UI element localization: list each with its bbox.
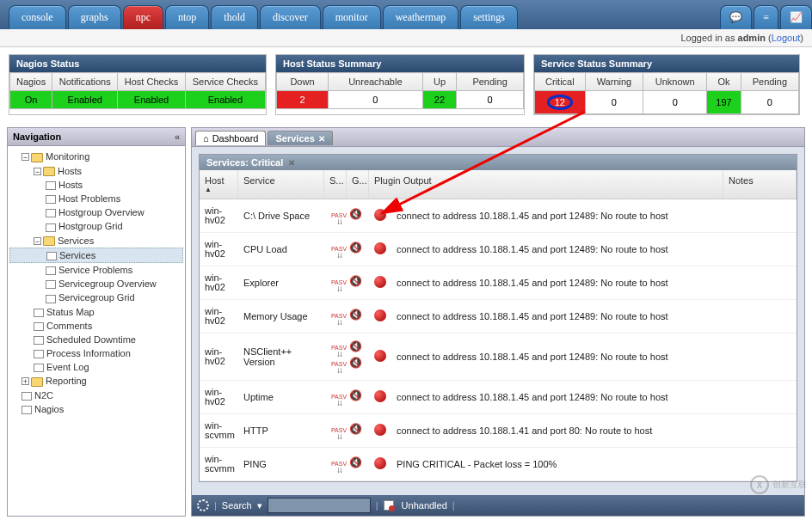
speaker-icon[interactable]: 🔇 [349, 309, 362, 321]
table-row[interactable]: win-hv02CPU LoadPASV↓↓ 🔇connect to addre… [200, 233, 797, 266]
tab-monitor[interactable]: monitor [323, 5, 381, 29]
tree-toggle-icon[interactable]: + [22, 377, 29, 385]
tree-item[interactable]: Hostgroup Grid [9, 219, 183, 233]
speaker-icon[interactable]: 🔇 [349, 275, 362, 287]
cell-notes [723, 390, 797, 404]
search-dropdown-icon[interactable]: ▾ [257, 500, 262, 511]
speaker-icon[interactable]: 🔇 [349, 357, 362, 369]
tree-item[interactable]: −Hosts [9, 164, 183, 179]
tab-discover[interactable]: discover [260, 5, 321, 29]
content-tab[interactable]: Services✕ [268, 131, 332, 145]
cell-plugin-output: connect to address 10.188.1.45 and port … [391, 204, 723, 228]
tree-label: Hosts [58, 166, 82, 176]
top-navigation: consolegraphsnpcntoptholddiscovermonitor… [0, 0, 812, 29]
table-row[interactable]: win-scvmmHTTPPASV↓↓ 🔇connect to address … [200, 414, 797, 448]
tab-graphs[interactable]: graphs [68, 5, 121, 29]
col-plugin-output[interactable]: Plugin Output [369, 170, 723, 199]
col-g[interactable]: G... [347, 170, 369, 199]
table-row[interactable]: win-hv02C:\ Drive SpacePASV↓↓ 🔇connect t… [200, 199, 797, 233]
tree-item[interactable]: Service Problems [9, 263, 183, 277]
tree-toggle-icon[interactable]: − [22, 153, 29, 161]
tree-item[interactable]: Host Problems [9, 192, 183, 205]
svc-val[interactable]: 12 [535, 91, 586, 114]
tree-item[interactable]: Hosts [9, 178, 183, 192]
cell-service: Explorer [238, 271, 324, 295]
col-notes[interactable]: Notes [723, 170, 797, 199]
content-tab[interactable]: ⌂Dashboard [195, 131, 266, 145]
table-row[interactable]: win-hv02Memory UsagePASV↓↓ 🔇connect to a… [200, 300, 797, 333]
tab-npc[interactable]: npc [123, 5, 163, 29]
svc-val[interactable]: 0 [585, 91, 643, 114]
tree-item[interactable]: Event Log [9, 360, 183, 374]
tab-icon-menu[interactable]: ≡ [754, 5, 778, 29]
table-row[interactable]: win-hv02ExplorerPASV↓↓ 🔇connect to addre… [200, 266, 797, 300]
tree-item[interactable]: −Monitoring [9, 150, 183, 164]
tree-toggle-icon[interactable]: − [34, 237, 41, 245]
tree-item[interactable]: +Reporting [9, 374, 183, 388]
search-input[interactable] [268, 498, 371, 513]
svc-val[interactable]: 197 [707, 91, 741, 114]
page-icon [46, 181, 56, 190]
speaker-icon[interactable]: 🔇 [349, 456, 362, 468]
svc-val[interactable]: 0 [643, 91, 707, 114]
tab-ntop[interactable]: ntop [165, 5, 209, 29]
speaker-icon[interactable]: 🔇 [349, 389, 362, 401]
svc-hdr: Critical [535, 73, 586, 91]
cell-plugin-output: connect to address 10.188.1.45 and port … [391, 271, 723, 295]
service-summary-table: CriticalWarningUnknownOkPending12001970 [534, 72, 799, 114]
table-row[interactable]: win-hv02NSClient++ VersionPASV↓↓ 🔇PASV↓↓… [200, 333, 797, 381]
tree-item[interactable]: Services [9, 248, 183, 263]
col-s[interactable]: S... [324, 170, 347, 199]
speaker-icon[interactable]: 🔇 [349, 340, 362, 352]
cell-plugin-output: connect to address 10.188.1.45 and port … [391, 237, 723, 261]
table-row[interactable]: win-scvmmPINGPASV↓↓ 🔇PING CRITICAL - Pac… [200, 448, 797, 481]
tree-item[interactable]: Comments [9, 319, 183, 333]
tree-item[interactable]: Servicegroup Grid [9, 291, 183, 304]
host-val[interactable]: 0 [457, 91, 524, 109]
tab-console[interactable]: console [9, 5, 66, 29]
tab-icon-chat[interactable]: 💬 [720, 5, 752, 29]
tree-item[interactable]: Status Map [9, 305, 183, 319]
unhandled-label[interactable]: Unhandled [402, 500, 447, 511]
collapse-icon[interactable]: « [175, 132, 180, 142]
tree-item[interactable]: Servicegroup Overview [9, 277, 183, 291]
service-summary-panel: Service Status Summary CriticalWarningUn… [533, 54, 800, 115]
tree-label: Process Information [46, 348, 131, 358]
host-val[interactable]: 22 [422, 91, 456, 109]
host-val[interactable]: 2 [277, 91, 329, 109]
folder-icon [31, 153, 43, 162]
unhandled-icon[interactable] [384, 500, 394, 511]
speaker-icon[interactable]: 🔇 [349, 208, 362, 220]
tree-item[interactable]: Scheduled Downtime [9, 333, 183, 346]
host-hdr: Up [422, 73, 456, 91]
col-service[interactable]: Service [238, 170, 324, 199]
tree-item[interactable]: Nagios [9, 402, 183, 416]
logout-link[interactable]: Logout [772, 33, 801, 43]
close-icon[interactable]: ✕ [318, 134, 325, 144]
svc-val[interactable]: 0 [741, 91, 798, 114]
tree-toggle-icon[interactable]: − [34, 168, 41, 175]
col-host[interactable]: Host▲ [200, 170, 238, 199]
tab-settings[interactable]: settings [460, 5, 518, 29]
page-icon [34, 364, 44, 372]
tree-item[interactable]: Process Information [9, 346, 183, 360]
gear-icon[interactable] [197, 499, 209, 511]
host-hdr: Pending [457, 73, 524, 91]
tree-item[interactable]: Hostgroup Overview [9, 205, 183, 219]
dashboard-summary-row: Nagios Status NagiosNotificationsHost Ch… [0, 47, 812, 122]
tab-thold[interactable]: thold [211, 5, 258, 29]
tree-item[interactable]: −Services [9, 234, 183, 248]
speaker-icon[interactable]: 🔇 [349, 423, 362, 435]
passive-icon: PASV↓↓ [331, 394, 347, 406]
tree-item[interactable]: N2C [9, 388, 183, 402]
folder-icon [43, 236, 55, 246]
cell-notes [723, 242, 797, 256]
close-icon[interactable]: ✕ [288, 158, 295, 168]
tab-icon-chart[interactable]: 📈 [780, 5, 812, 29]
tab-weathermap[interactable]: weathermap [383, 5, 459, 29]
table-row[interactable]: win-hv02UptimePASV↓↓ 🔇connect to address… [200, 381, 797, 414]
speaker-icon[interactable]: 🔇 [349, 242, 362, 254]
host-val[interactable]: 0 [328, 91, 422, 109]
services-critical-panel: Services: Critical ✕ Host▲ Service S... … [199, 154, 797, 482]
cell-state [369, 236, 391, 263]
